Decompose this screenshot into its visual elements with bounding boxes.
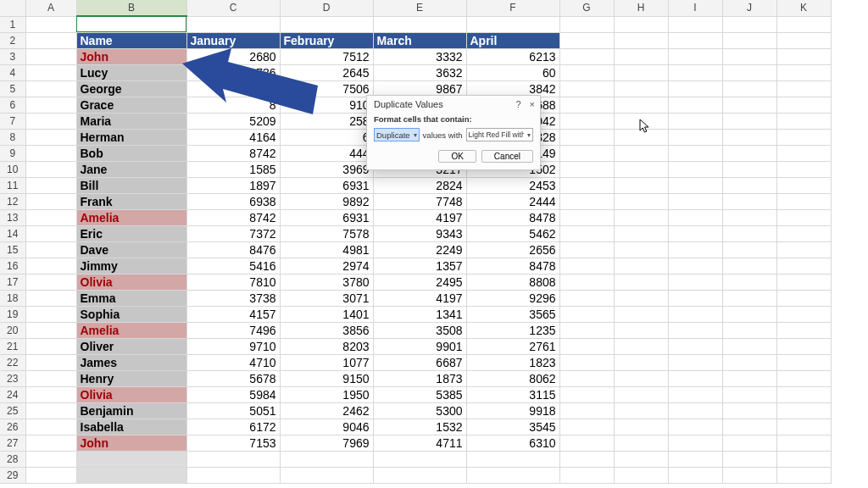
row-header-13[interactable]: 13 <box>0 209 25 225</box>
cell-i17[interactable] <box>668 274 722 290</box>
cell-d13[interactable]: 6931 <box>280 209 373 225</box>
row-header-20[interactable]: 20 <box>0 322 25 338</box>
cell-a10[interactable] <box>25 161 76 177</box>
cell-b19[interactable]: Sophia <box>76 306 186 322</box>
column-header-k[interactable]: K <box>776 0 831 16</box>
cell-c7[interactable]: 5209 <box>186 113 280 129</box>
cell-k19[interactable] <box>776 306 831 322</box>
cell-i6[interactable] <box>668 97 722 113</box>
cell-h7[interactable] <box>614 113 668 129</box>
cell-f16[interactable]: 8478 <box>466 258 559 274</box>
cell-h12[interactable] <box>614 193 668 209</box>
cell-e22[interactable]: 6687 <box>373 354 466 370</box>
cell-b27[interactable]: John <box>76 435 186 451</box>
cell-f14[interactable]: 5462 <box>466 225 559 241</box>
cell-d9[interactable]: 444 <box>280 145 373 161</box>
row-header-24[interactable]: 24 <box>0 386 25 402</box>
cell-a16[interactable] <box>25 258 76 274</box>
cell-i25[interactable] <box>668 402 722 419</box>
cell-i16[interactable] <box>668 258 722 274</box>
row-header-25[interactable]: 25 <box>0 402 25 419</box>
cell-e21[interactable]: 9901 <box>373 338 466 354</box>
cell-c12[interactable]: 6938 <box>186 193 280 209</box>
cell-d19[interactable]: 1401 <box>280 306 373 322</box>
column-header-a[interactable]: A <box>25 0 76 16</box>
cell-g22[interactable] <box>559 354 614 370</box>
column-header-f[interactable]: F <box>466 0 559 16</box>
cell-e26[interactable]: 1532 <box>373 419 466 435</box>
row-header-18[interactable]: 18 <box>0 290 25 306</box>
cell-j25[interactable] <box>722 402 776 419</box>
cell-a15[interactable] <box>25 241 76 258</box>
cell-a2[interactable] <box>25 32 76 48</box>
cell-i11[interactable] <box>668 177 722 193</box>
dialog-help-button[interactable]: ? <box>515 99 520 109</box>
cell-h6[interactable] <box>614 97 668 113</box>
cell-j9[interactable] <box>722 145 776 161</box>
cell-c19[interactable]: 4157 <box>186 306 280 322</box>
cell-f1[interactable] <box>466 16 559 32</box>
cell-b11[interactable]: Bill <box>76 177 186 193</box>
cell-j7[interactable] <box>722 113 776 129</box>
cell-j15[interactable] <box>722 241 776 258</box>
cell-k22[interactable] <box>776 354 831 370</box>
cell-a11[interactable] <box>25 177 76 193</box>
cell-b17[interactable]: Olivia <box>76 274 186 290</box>
cell-k27[interactable] <box>776 435 831 451</box>
cell-e15[interactable]: 2249 <box>373 241 466 258</box>
column-header-c[interactable]: C <box>186 0 280 16</box>
column-header-h[interactable]: H <box>614 0 668 16</box>
cell-b1[interactable] <box>76 16 186 32</box>
cell-e27[interactable]: 4711 <box>373 435 466 451</box>
cell-c11[interactable]: 1897 <box>186 177 280 193</box>
row-header-9[interactable]: 9 <box>0 145 25 161</box>
cell-a24[interactable] <box>25 386 76 402</box>
cell-g16[interactable] <box>559 258 614 274</box>
cell-i13[interactable] <box>668 209 722 225</box>
cell-h18[interactable] <box>614 290 668 306</box>
row-header-10[interactable]: 10 <box>0 161 25 177</box>
cell-e28[interactable] <box>373 451 466 467</box>
cell-e13[interactable]: 4197 <box>373 209 466 225</box>
cell-a7[interactable] <box>25 113 76 129</box>
cell-g6[interactable] <box>559 97 614 113</box>
cell-j27[interactable] <box>722 435 776 451</box>
cell-k4[interactable] <box>776 64 831 80</box>
cell-a17[interactable] <box>25 274 76 290</box>
cell-c3[interactable]: 2680 <box>186 48 280 64</box>
cell-h29[interactable] <box>614 467 668 483</box>
cell-e25[interactable]: 5300 <box>373 402 466 419</box>
cell-k5[interactable] <box>776 80 831 97</box>
cell-j13[interactable] <box>722 209 776 225</box>
cell-f22[interactable]: 1823 <box>466 354 559 370</box>
cell-h17[interactable] <box>614 274 668 290</box>
cell-i21[interactable] <box>668 338 722 354</box>
row-header-4[interactable]: 4 <box>0 64 25 80</box>
cell-d8[interactable]: 6 <box>280 129 373 145</box>
cell-a5[interactable] <box>25 80 76 97</box>
cell-j16[interactable] <box>722 258 776 274</box>
column-header-j[interactable]: J <box>722 0 776 16</box>
cell-d7[interactable]: 258 <box>280 113 373 129</box>
column-header-d[interactable]: D <box>280 0 373 16</box>
row-header-12[interactable]: 12 <box>0 193 25 209</box>
cell-h14[interactable] <box>614 225 668 241</box>
row-header-27[interactable]: 27 <box>0 435 25 451</box>
cell-k14[interactable] <box>776 225 831 241</box>
cell-i3[interactable] <box>668 48 722 64</box>
cell-f11[interactable]: 2453 <box>466 177 559 193</box>
cell-j28[interactable] <box>722 451 776 467</box>
cell-e18[interactable]: 4197 <box>373 290 466 306</box>
cell-b18[interactable]: Emma <box>76 290 186 306</box>
cell-h9[interactable] <box>614 145 668 161</box>
cell-k11[interactable] <box>776 177 831 193</box>
cell-f3[interactable]: 6213 <box>466 48 559 64</box>
row-header-26[interactable]: 26 <box>0 419 25 435</box>
cell-j3[interactable] <box>722 48 776 64</box>
cell-g8[interactable] <box>559 129 614 145</box>
cell-f23[interactable]: 8062 <box>466 370 559 386</box>
cell-f27[interactable]: 6310 <box>466 435 559 451</box>
cell-h1[interactable] <box>614 16 668 32</box>
cell-j5[interactable] <box>722 80 776 97</box>
cell-i12[interactable] <box>668 193 722 209</box>
